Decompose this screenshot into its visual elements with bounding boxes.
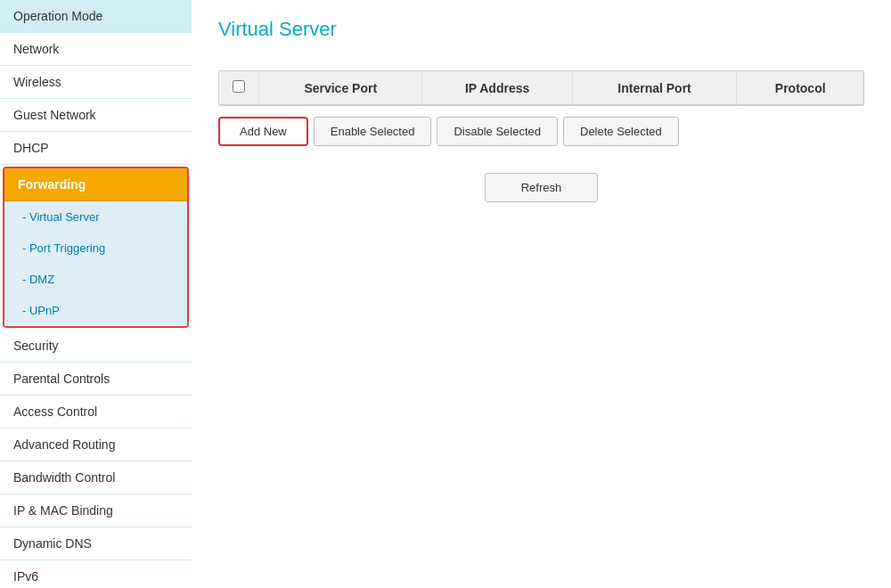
sidebar-item-guest-network[interactable]: Guest Network [0, 99, 192, 132]
sidebar-item-network[interactable]: Network [0, 33, 192, 66]
sidebar-item-access-control[interactable]: Access Control [0, 396, 192, 429]
sidebar-item-ipv6[interactable]: IPv6 [0, 560, 192, 588]
refresh-button[interactable]: Refresh [485, 173, 599, 202]
sidebar-item-virtual-server[interactable]: - Virtual Server [4, 201, 187, 233]
sidebar-item-operation-mode[interactable]: Operation Mode [0, 0, 192, 33]
sidebar-item-upnp[interactable]: - UPnP [4, 295, 187, 326]
col-ip-address: IP Address [422, 71, 572, 105]
main-content: Virtual Server Service PortIP AddressInt… [192, 0, 891, 588]
virtual-server-table: Service PortIP AddressInternal PortProto… [218, 70, 864, 106]
sidebar-item-security[interactable]: Security [0, 330, 192, 363]
select-all-checkbox[interactable] [233, 80, 245, 93]
add-new-button[interactable]: Add New [218, 117, 308, 146]
sidebar-item-wireless[interactable]: Wireless [0, 66, 192, 99]
sidebar-item-ip-mac-binding[interactable]: IP & MAC Binding [0, 494, 192, 527]
action-buttons-row: Add New Enable Selected Disable Selected… [218, 117, 864, 146]
sidebar-item-bandwidth-control[interactable]: Bandwidth Control [0, 461, 192, 494]
sidebar: Operation ModeNetworkWirelessGuest Netwo… [0, 0, 192, 588]
col-internal-port: Internal Port [572, 71, 737, 105]
sidebar-item-dmz[interactable]: - DMZ [4, 264, 187, 295]
col-check [219, 71, 259, 105]
sidebar-item-forwarding[interactable]: Forwarding [4, 168, 187, 201]
sidebar-item-port-triggering[interactable]: - Port Triggering [4, 233, 187, 264]
delete-selected-button[interactable]: Delete Selected [563, 117, 679, 146]
sidebar-item-dynamic-dns[interactable]: Dynamic DNS [0, 527, 192, 560]
refresh-container: Refresh [218, 173, 864, 202]
sidebar-item-parental-controls[interactable]: Parental Controls [0, 363, 192, 396]
sidebar-item-advanced-routing[interactable]: Advanced Routing [0, 429, 192, 461]
enable-selected-button[interactable]: Enable Selected [314, 117, 432, 146]
col-service-port: Service Port [259, 71, 422, 105]
forwarding-group: Forwarding- Virtual Server- Port Trigger… [3, 167, 189, 328]
col-protocol: Protocol [737, 71, 863, 105]
disable-selected-button[interactable]: Disable Selected [437, 117, 558, 146]
page-title: Virtual Server [218, 18, 864, 48]
sidebar-item-dhcp[interactable]: DHCP [0, 132, 192, 165]
